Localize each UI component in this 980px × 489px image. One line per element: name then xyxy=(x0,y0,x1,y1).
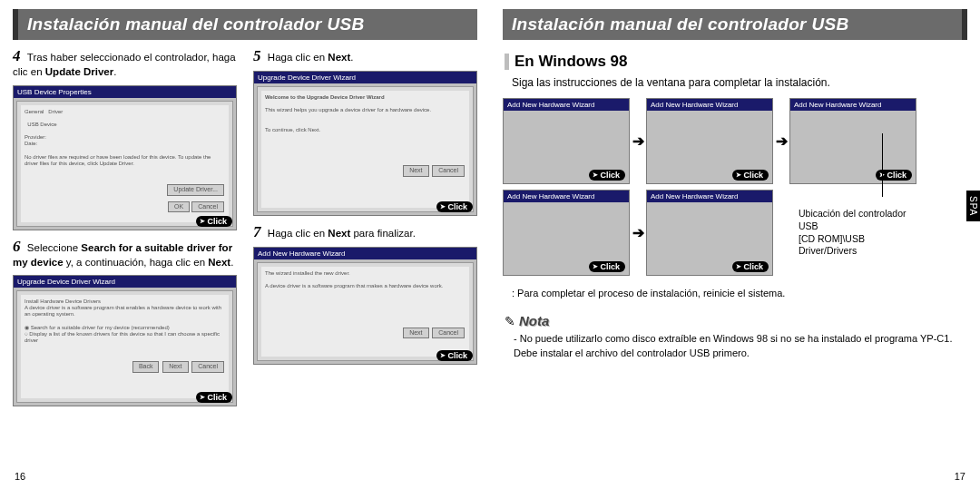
thumb-4: Add New Hardware Wizard Click xyxy=(503,190,630,276)
screenshot-step7: Add New Hardware Wizard The wizard insta… xyxy=(253,247,477,365)
click-badge: Click xyxy=(196,392,232,403)
pencil-icon: ✎ xyxy=(505,314,515,328)
step-7-num: 7 xyxy=(253,223,261,240)
page-number-left: 16 xyxy=(15,471,25,482)
subheading: En Windows 98 xyxy=(505,53,967,71)
step-6-num: 6 xyxy=(13,238,21,255)
screenshot-step4: USB Device Properties General Driver USB… xyxy=(13,85,237,230)
page-right: Instalación manual del controlador USB E… xyxy=(490,0,980,489)
page-number-right: 17 xyxy=(955,471,965,482)
thumb-1: Add New Hardware Wizard Click xyxy=(503,98,630,184)
page-left: Instalación manual del controlador USB 4… xyxy=(0,0,490,489)
step-6: 6 Seleccione Search for a suitable drive… xyxy=(13,238,237,270)
tip-text: : Para completar el proceso de instalaci… xyxy=(512,287,967,300)
step-5-num: 5 xyxy=(253,47,261,64)
screenshot-step5: Upgrade Device Driver Wizard Welcome to … xyxy=(253,71,477,216)
screenshot-step6: Upgrade Device Driver Wizard Install Har… xyxy=(13,275,237,406)
step-4-num: 4 xyxy=(13,47,21,64)
subhead-accent-icon xyxy=(505,54,509,70)
arrow-icon: ➔ xyxy=(773,132,789,150)
intro-text: Siga las instrucciones de la ventana par… xyxy=(512,76,967,89)
thumb-5: Add New Hardware Wizard Click xyxy=(646,190,773,276)
step-7: 7 Haga clic en Next para finalizar. xyxy=(253,223,477,241)
col-right: 5 Haga clic en Next. Upgrade Device Driv… xyxy=(253,47,477,414)
page-title-left: Instalación manual del controlador USB xyxy=(13,9,477,40)
thumb-3: Add New Hardware Wizard Click xyxy=(789,98,916,184)
driver-location-caption: Ubicación del controlador USB [CD ROM]\U… xyxy=(799,208,916,258)
note-body: - No puede utilizarlo como disco extraíb… xyxy=(514,332,967,360)
click-badge: Click xyxy=(436,350,473,361)
page-title-right: Instalación manual del controlador USB xyxy=(503,9,967,40)
arrow-icon: ➔ xyxy=(630,132,646,150)
thumb-2: Add New Hardware Wizard Click xyxy=(646,98,773,184)
note-heading: ✎ Nota xyxy=(505,313,967,328)
language-tab: SPA xyxy=(966,191,980,221)
step-5: 5 Haga clic en Next. xyxy=(253,47,477,65)
step-4: 4 Tras haber seleccionado el controlador… xyxy=(13,47,237,80)
thumbnail-grid: Add New Hardware Wizard Click ➔ Add New … xyxy=(503,98,967,276)
col-left: 4 Tras haber seleccionado el controlador… xyxy=(13,47,237,414)
click-badge: Click xyxy=(436,201,473,212)
arrow-icon: ➔ xyxy=(630,224,646,241)
click-badge: Click xyxy=(196,216,232,227)
